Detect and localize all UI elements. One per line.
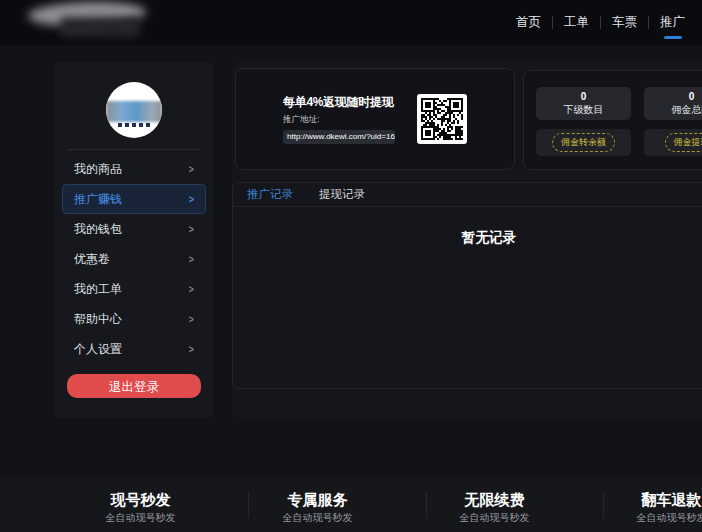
tab-withdrawal-records[interactable]: 提现记录 [319,187,365,202]
qr-finder-icon [421,126,435,140]
sidebar-item-promotion-earn[interactable]: 推广赚钱 > [62,184,206,214]
stats-actions-row: 佣金转余额 佣金提现 [536,129,702,156]
sidebar-item-label: 我的商品 [74,161,122,178]
records-tabs: 推广记录 提现记录 [233,183,702,207]
chevron-right-icon: > [188,253,193,265]
footer-divider [426,492,427,518]
sidebar-item-personal-settings[interactable]: 个人设置 > [62,334,206,364]
footer-item-subtitle: 全自动现号秒发 [52,511,229,525]
chevron-right-icon: > [188,163,193,175]
avatar[interactable] [106,82,162,138]
sidebar-item-my-wallet[interactable]: 我的钱包 > [62,214,206,244]
stat-label: 佣金总数 [644,103,702,116]
commission-to-balance-button[interactable]: 佣金转余额 [552,133,615,152]
sidebar-item-coupons[interactable]: 优惠卷 > [62,244,206,274]
sidebar-menu: 我的商品 > 推广赚钱 > 我的钱包 > 优惠卷 > 我的工单 > 帮助中心 >… [55,150,213,364]
footer-item-unlimited-renewal: 无限续费 全自动现号秒发 [406,491,583,525]
action-box: 佣金提现 [644,129,702,156]
stat-value: 0 [644,90,702,103]
footer: 现号秒发 全自动现号秒发 专属服务 全自动现号秒发 无限续费 全自动现号秒发 翻… [0,478,702,532]
chevron-right-icon: > [188,313,193,325]
sidebar-item-help-center[interactable]: 帮助中心 > [62,304,206,334]
sidebar-item-my-work-orders[interactable]: 我的工单 > [62,274,206,304]
records-panel: 推广记录 提现记录 暂无记录 [232,182,702,389]
footer-divider [248,492,249,518]
sidebar-item-label: 个人设置 [74,341,122,358]
empty-records-text: 暂无记录 [233,207,702,247]
commission-stats-card: 0 下级数目 0 佣金总数 佣金转余额 佣金提现 [523,70,702,170]
stat-subordinates: 0 下级数目 [536,87,631,120]
footer-item-subtitle: 全自动现号秒发 [406,511,583,525]
action-box: 佣金转余额 [536,129,631,156]
footer-item-title: 专属服务 [229,491,406,508]
sidebar-item-label: 推广赚钱 [74,191,122,208]
top-bar: 首页 工单 车票 推广 [0,0,702,45]
sidebar-item-my-products[interactable]: 我的商品 > [62,154,206,184]
sidebar-item-label: 我的钱包 [74,221,122,238]
logout-button[interactable]: 退出登录 [67,374,201,398]
footer-item-title: 现号秒发 [52,491,229,508]
nav-item-work-orders[interactable]: 工单 [553,0,600,45]
footer-divider [603,492,604,518]
footer-item-title: 翻车退款 [583,491,702,508]
promo-card: 每单4%返现随时提现 推广地址: http://www.dkewl.com/?u… [235,68,515,170]
sidebar: 我的商品 > 推广赚钱 > 我的钱包 > 优惠卷 > 我的工单 > 帮助中心 >… [55,62,213,418]
footer-item-refund: 翻车退款 全自动现号秒发 [583,491,702,525]
sidebar-item-label: 优惠卷 [74,251,110,268]
nav-item-home[interactable]: 首页 [505,0,552,45]
main-content: 每单4%返现随时提现 推广地址: http://www.dkewl.com/?u… [232,62,702,418]
avatar-image-blur [106,101,162,122]
nav-item-promotion[interactable]: 推广 [649,0,696,45]
main-nav: 首页 工单 车票 推广 [505,0,696,45]
chevron-right-icon: > [188,193,193,205]
commission-withdraw-button[interactable]: 佣金提现 [665,133,702,152]
stat-label: 下级数目 [536,103,631,116]
stats-row: 0 下级数目 0 佣金总数 [536,87,702,120]
chevron-right-icon: > [188,283,193,295]
promo-url-field[interactable]: http://www.dkewl.com/?uid=16 [283,130,395,144]
footer-features: 现号秒发 全自动现号秒发 专属服务 全自动现号秒发 无限续费 全自动现号秒发 翻… [52,478,702,525]
avatar-image-blur-text [118,123,150,127]
qr-finder-icon [449,98,463,112]
footer-item-title: 无限续费 [406,491,583,508]
sidebar-item-label: 帮助中心 [74,311,122,328]
promo-info: 每单4%返现随时提现 推广地址: http://www.dkewl.com/?u… [283,94,399,144]
footer-item-instant-delivery: 现号秒发 全自动现号秒发 [52,491,229,525]
qr-code [417,94,467,144]
footer-item-exclusive-service: 专属服务 全自动现号秒发 [229,491,406,525]
sidebar-item-label: 我的工单 [74,281,122,298]
footer-item-subtitle: 全自动现号秒发 [583,511,702,525]
chevron-right-icon: > [188,343,193,355]
promo-address-label: 推广地址: [283,114,399,126]
chevron-right-icon: > [188,223,193,235]
nav-item-tickets[interactable]: 车票 [601,0,648,45]
stat-total-commission: 0 佣金总数 [644,87,702,120]
footer-item-subtitle: 全自动现号秒发 [229,511,406,525]
stat-value: 0 [536,90,631,103]
tab-promotion-records[interactable]: 推广记录 [247,187,293,202]
qr-finder-icon [421,98,435,112]
site-logo-shadow [60,17,140,37]
promo-title: 每单4%返现随时提现 [283,94,399,111]
